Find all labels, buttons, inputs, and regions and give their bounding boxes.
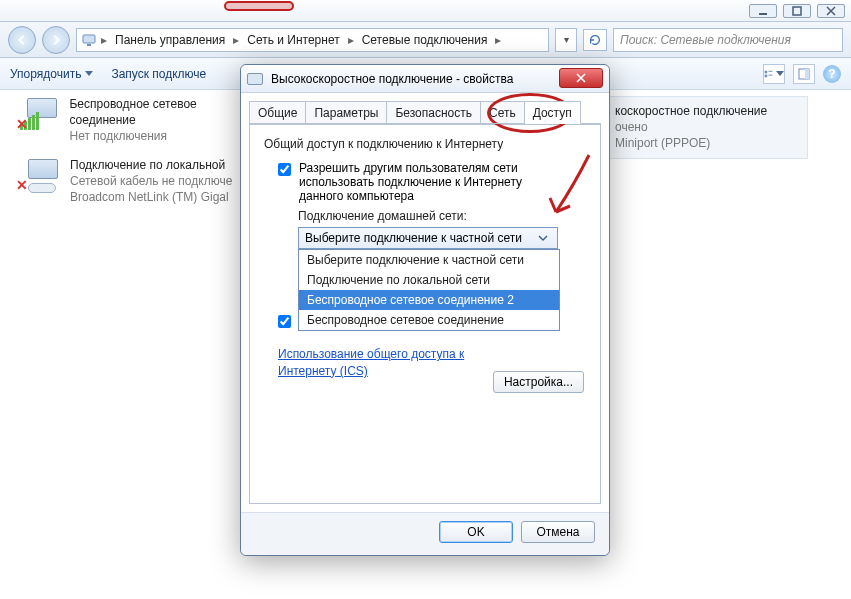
maximize-button[interactable]	[783, 4, 811, 18]
modem-icon	[247, 73, 263, 85]
allow-control-checkbox[interactable]	[278, 315, 291, 328]
dropdown-option[interactable]: Выберите подключение к частной сети	[299, 250, 559, 270]
refresh-button[interactable]	[583, 29, 607, 51]
chevron-right-icon: ▸	[493, 33, 503, 47]
svg-rect-7	[769, 74, 773, 75]
svg-rect-4	[765, 70, 768, 73]
history-dropdown[interactable]: ▾	[555, 28, 577, 52]
allow-sharing-checkbox[interactable]	[278, 163, 291, 176]
svg-rect-2	[83, 35, 95, 43]
svg-rect-9	[805, 69, 809, 79]
group-title: Общий доступ к подключению к Интернету	[264, 137, 586, 151]
chevron-right-icon: ▸	[231, 33, 241, 47]
breadcrumb-item[interactable]: Сетевые подключения	[358, 31, 492, 49]
connection-title: Подключение по локальной	[70, 157, 232, 173]
navigation-bar: ▸ Панель управления ▸ Сеть и Интернет ▸ …	[0, 22, 851, 58]
tab-network[interactable]: Сеть	[480, 101, 525, 124]
start-connection-button[interactable]: Запуск подключе	[111, 67, 206, 81]
svg-rect-3	[87, 44, 91, 46]
search-input[interactable]: Поиск: Сетевые подключения	[613, 28, 843, 52]
ok-button[interactable]: OK	[439, 521, 513, 543]
window-titlebar	[0, 0, 851, 22]
connection-adapter: Miniport (PPPOE)	[615, 135, 767, 151]
connection-item[interactable]: ✕ Беспроводное сетевое соединение Нет по…	[10, 90, 270, 151]
breadcrumb-item[interactable]: Сеть и Интернет	[243, 31, 343, 49]
home-network-label: Подключение домашней сети:	[298, 209, 586, 223]
forward-button[interactable]	[42, 26, 70, 54]
network-icon	[81, 32, 97, 48]
connection-status: Сетевой кабель не подключе	[70, 173, 232, 189]
dialog-close-button[interactable]	[559, 68, 603, 88]
back-button[interactable]	[8, 26, 36, 54]
chevron-right-icon: ▸	[99, 33, 109, 47]
home-network-combo[interactable]: Выберите подключение к частной сети Выбе…	[298, 227, 558, 249]
chevron-down-icon	[85, 71, 93, 76]
svg-rect-5	[769, 70, 773, 71]
tab-sharing[interactable]: Доступ	[524, 101, 581, 124]
dialog-titlebar[interactable]: Высокоскоростное подключение - свойства	[241, 65, 609, 93]
tab-security[interactable]: Безопасность	[386, 101, 481, 124]
connection-status: очено	[615, 119, 767, 135]
breadcrumb[interactable]: ▸ Панель управления ▸ Сеть и Интернет ▸ …	[76, 28, 549, 52]
tab-options[interactable]: Параметры	[305, 101, 387, 124]
svg-rect-1	[793, 7, 801, 15]
settings-button[interactable]: Настройка...	[493, 371, 584, 393]
breadcrumb-item[interactable]: Панель управления	[111, 31, 229, 49]
dropdown-option[interactable]: Подключение по локальной сети	[299, 270, 559, 290]
minimize-button[interactable]	[749, 4, 777, 18]
connection-title: Беспроводное сетевое соединение	[69, 96, 264, 128]
home-network-dropdown: Выберите подключение к частной сети Подк…	[298, 249, 560, 331]
connection-item[interactable]: ✕ Подключение по локальной Сетевой кабел…	[10, 151, 270, 212]
connection-adapter: Broadcom NetLink (TM) Gigal	[70, 189, 232, 205]
cancel-button[interactable]: Отмена	[521, 521, 595, 543]
help-icon[interactable]: ?	[823, 65, 841, 83]
chevron-right-icon: ▸	[346, 33, 356, 47]
combo-value: Выберите подключение к частной сети	[305, 231, 522, 245]
connection-title: коскоростное подключение	[615, 103, 767, 119]
chevron-down-icon	[535, 230, 551, 246]
svg-rect-6	[765, 74, 768, 77]
dialog-buttons: OK Отмена	[241, 512, 609, 555]
dropdown-option[interactable]: Беспроводное сетевое соединение 2	[299, 290, 559, 310]
ethernet-disabled-icon: ✕	[16, 157, 60, 193]
properties-dialog: Высокоскоростное подключение - свойства …	[240, 64, 610, 556]
connection-status: Нет подключения	[69, 128, 264, 144]
close-button[interactable]	[817, 4, 845, 18]
tab-strip: Общие Параметры Безопасность Сеть Доступ	[241, 93, 609, 124]
connection-item[interactable]: коскоростное подключение очено Miniport …	[608, 96, 808, 159]
preview-pane-button[interactable]	[793, 64, 815, 84]
view-options-button[interactable]	[763, 64, 785, 84]
wifi-disabled-icon: ✕	[16, 96, 59, 132]
dialog-title: Высокоскоростное подключение - свойства	[271, 72, 513, 86]
dropdown-option[interactable]: Беспроводное сетевое соединение	[299, 310, 559, 330]
tab-general[interactable]: Общие	[249, 101, 306, 124]
tab-panel-sharing: Общий доступ к подключению к Интернету Р…	[249, 124, 601, 504]
allow-sharing-label: Разрешить другим пользователям сети испо…	[299, 161, 559, 203]
search-placeholder: Поиск: Сетевые подключения	[620, 33, 791, 47]
chevron-down-icon	[776, 71, 784, 76]
organize-menu[interactable]: Упорядочить	[10, 67, 93, 81]
svg-rect-0	[759, 13, 767, 15]
